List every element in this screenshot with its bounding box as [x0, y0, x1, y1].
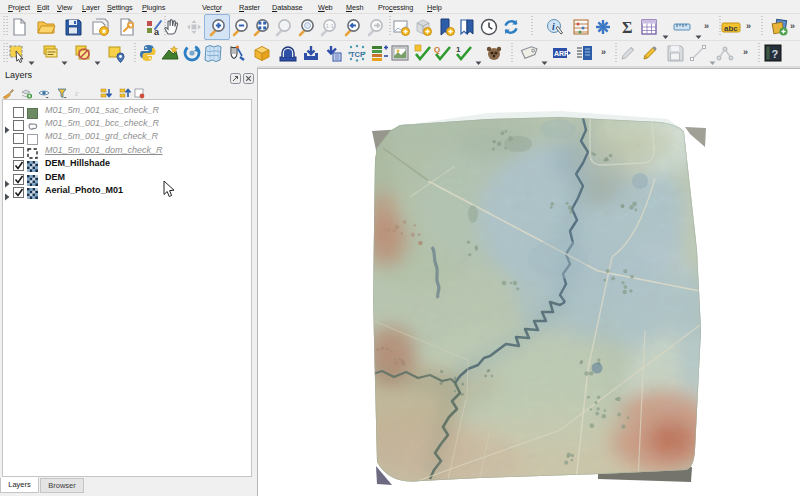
svg-text:a: a: [154, 27, 160, 37]
svg-text:i: i: [552, 21, 555, 32]
svg-text:1: 1: [456, 45, 461, 54]
svg-text:TCF: TCF: [350, 50, 365, 59]
svg-text:Σ: Σ: [622, 19, 632, 36]
svg-text:ARR: ARR: [554, 50, 569, 57]
svg-text:Q: Q: [434, 45, 440, 54]
svg-text:?: ?: [772, 48, 779, 60]
svg-text:ε: ε: [75, 88, 79, 98]
svg-text:1:1: 1:1: [326, 23, 335, 29]
svg-text:abc: abc: [724, 24, 738, 33]
